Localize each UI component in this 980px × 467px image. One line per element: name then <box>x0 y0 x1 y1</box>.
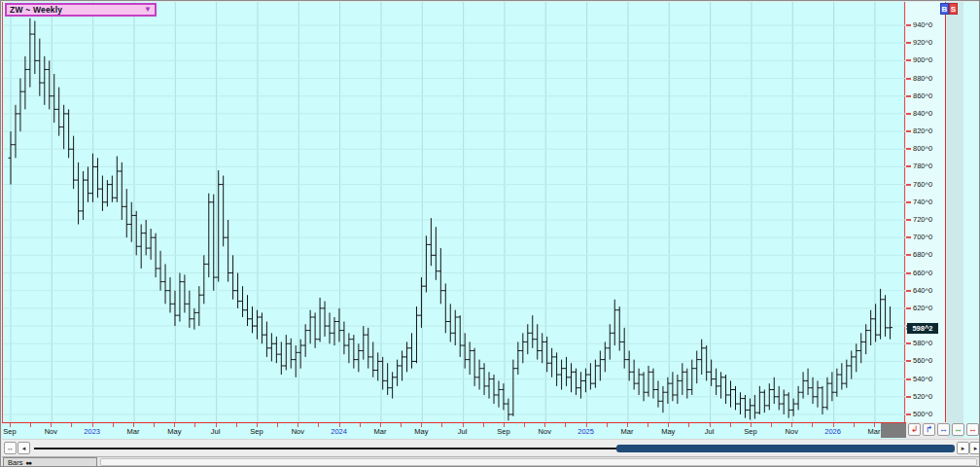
date-tick <box>730 423 731 427</box>
date-month-label: May <box>414 427 428 436</box>
date-month-label: Sep <box>250 427 262 436</box>
ohlc-chart <box>3 2 906 422</box>
price-tick <box>906 413 911 415</box>
date-month-label: Mar <box>867 427 880 436</box>
date-tick <box>318 423 319 427</box>
date-tick <box>688 423 689 427</box>
price-tick <box>906 342 911 344</box>
symbol-label: ZW ~ Weekly <box>10 5 62 15</box>
price-tick-label: 740^0 <box>913 198 932 206</box>
date-month-label: Sep <box>497 427 509 436</box>
axis-drag-handle[interactable] <box>881 423 906 438</box>
price-tick <box>906 360 911 362</box>
horizontal-scrollbar[interactable]: ↔◂▸▸ <box>2 439 980 455</box>
last-price-tag: 598^2 <box>907 323 938 334</box>
bottom-tab-bar: Bars ●● <box>2 456 980 467</box>
price-tick-label: 940^0 <box>913 21 932 29</box>
date-tick <box>236 423 237 427</box>
symbol-timeframe-dropdown[interactable]: ZW ~ Weekly ▼ <box>5 3 157 17</box>
price-tick-label: 920^0 <box>913 39 932 47</box>
price-tick <box>906 24 911 26</box>
scroll-right-button[interactable]: ▸ <box>957 442 969 454</box>
price-tick <box>906 184 911 186</box>
price-tick <box>906 254 911 256</box>
date-tick <box>524 423 525 427</box>
price-tick <box>906 42 911 44</box>
price-tick <box>906 165 911 167</box>
price-tick-label: 720^0 <box>913 216 932 224</box>
price-tick-label: 680^0 <box>913 251 932 259</box>
bottom-panel <box>100 458 977 466</box>
date-month-label: Nov <box>539 427 551 436</box>
date-tick <box>154 423 155 427</box>
price-tick-label: 780^0 <box>913 162 932 170</box>
date-month-label: Mar <box>374 427 387 436</box>
date-tick <box>441 423 442 427</box>
price-tick-label: 860^0 <box>913 92 932 100</box>
price-tick <box>906 201 911 203</box>
price-tick-label: 640^0 <box>913 287 932 295</box>
date-tick <box>277 423 278 427</box>
price-tick-label: 800^0 <box>913 145 932 153</box>
date-month-label: Nov <box>292 427 304 436</box>
redo-pan-arrow-icon[interactable]: ↱ <box>923 423 935 436</box>
chart-nav-buttons: ↲↱↔↔↔ <box>908 423 979 437</box>
price-tick <box>906 396 911 398</box>
price-tick-label: 540^0 <box>913 376 932 383</box>
trade-buttons: B S <box>940 3 958 15</box>
date-tick <box>771 423 772 427</box>
tab-bars[interactable]: Bars ●● <box>3 457 97 467</box>
chart-window: ZW ~ Weekly ▼ 940^0920^0900^0880^0860^08… <box>0 0 980 467</box>
chevron-down-icon: ▼ <box>144 6 152 14</box>
date-tick <box>30 423 31 427</box>
price-tick-label: 760^0 <box>913 181 932 189</box>
price-tick <box>906 113 911 115</box>
scrollbar-track[interactable] <box>34 448 617 449</box>
price-axis: 940^0920^0900^0880^0860^0840^0820^0800^0… <box>906 2 946 422</box>
date-tick <box>71 423 72 427</box>
price-tick-label: 660^0 <box>913 269 932 277</box>
price-tick <box>906 307 911 309</box>
undo-pan-arrow-icon[interactable]: ↲ <box>908 423 921 436</box>
date-tick <box>113 423 114 427</box>
price-tick-label: 500^0 <box>913 411 932 418</box>
chart-plot-area[interactable]: ZW ~ Weekly ▼ <box>2 2 905 422</box>
buy-button[interactable]: B <box>940 3 949 15</box>
price-tick <box>906 59 911 61</box>
price-tick <box>906 78 911 80</box>
price-tick <box>906 130 911 132</box>
price-tick-label: 840^0 <box>913 110 932 118</box>
link-dots-icon: ●● <box>25 459 31 466</box>
reset-horizontal-icon[interactable]: ↔ <box>966 423 979 436</box>
date-year-label: 2024 <box>331 427 347 436</box>
price-tick <box>906 95 911 97</box>
last-price-label: 598^2 <box>912 324 932 333</box>
date-tick <box>483 423 484 427</box>
scroll-left-button[interactable]: ◂ <box>18 442 30 454</box>
date-tick <box>401 423 402 427</box>
date-month-label: May <box>661 427 675 436</box>
scrollbar-thumb[interactable] <box>616 445 955 452</box>
fit-horizontal-icon[interactable]: ↔ <box>952 423 964 436</box>
date-tick <box>648 423 648 427</box>
date-month-label: May <box>167 427 181 436</box>
date-month-label: Jul <box>458 427 468 436</box>
price-tick <box>906 272 911 274</box>
price-tick-label: 700^0 <box>913 234 932 241</box>
price-tick-label: 820^0 <box>913 127 932 135</box>
date-month-label: Sep <box>3 427 16 436</box>
date-tick <box>565 423 566 427</box>
price-tick <box>906 378 911 380</box>
scroll-end-button[interactable]: ▸ <box>969 442 980 454</box>
date-tick <box>607 423 608 427</box>
date-month-label: Nov <box>786 427 798 436</box>
date-month-label: Sep <box>744 427 756 436</box>
price-tick-label: 520^0 <box>913 393 932 401</box>
price-tick-label: 900^0 <box>913 56 932 64</box>
date-axis: SepNov2023MarMayJulSepNov2024MarMayJulSe… <box>2 422 906 439</box>
date-year-label: 2023 <box>84 427 100 436</box>
scroll-resize-button[interactable]: ↔ <box>4 442 17 454</box>
sell-button[interactable]: S <box>949 3 958 15</box>
expand-horizontal-icon[interactable]: ↔ <box>937 423 950 436</box>
price-tick <box>906 236 911 238</box>
